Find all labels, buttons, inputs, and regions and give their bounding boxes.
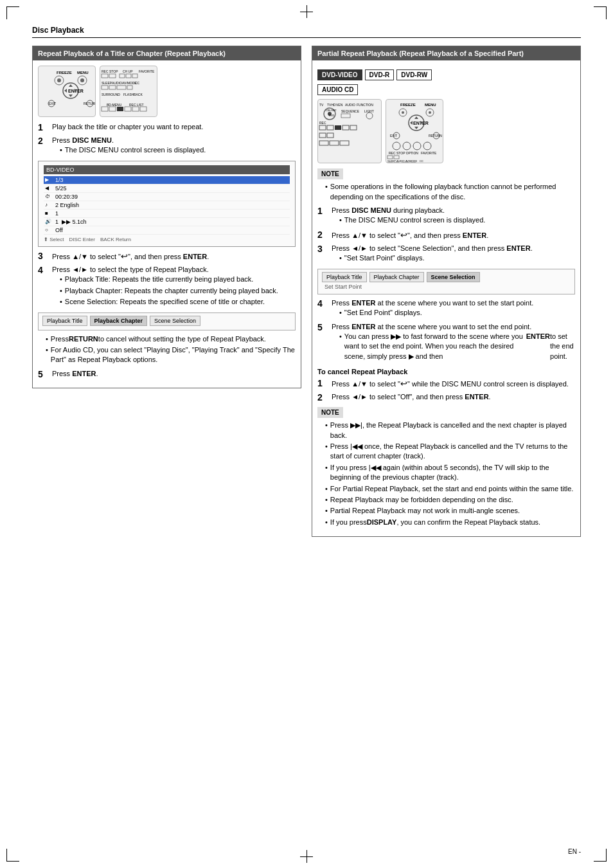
svg-point-71	[429, 111, 431, 114]
r-options-row-1: Playback Title Playback Chapter Scene Se…	[322, 272, 571, 282]
svg-text:REC STOP: REC STOP	[102, 69, 118, 73]
step-2-bullet: The DISC MENU control screen is displaye…	[60, 145, 296, 155]
svg-marker-75	[414, 127, 418, 129]
svg-text:FREEZE: FREEZE	[400, 103, 416, 107]
svg-rect-89	[394, 156, 399, 159]
menu-label-4: 2 English	[55, 202, 79, 208]
menu-icon-5: ■	[45, 210, 53, 216]
menu-row-4: ♪ 2 English	[44, 201, 290, 210]
partial-repeat-section: Partial Repeat Playback (Repeat Playback…	[312, 46, 581, 537]
r-options-row-2: Set Start Point	[322, 284, 571, 290]
svg-rect-61	[319, 133, 326, 138]
remote-left: FREEZE MENU ENTER	[38, 66, 96, 117]
step-4-bullet-2: Playback Chapter: Repeats the chapter cu…	[60, 286, 296, 296]
cancel-step-1-num: 1	[317, 378, 329, 389]
menu-footer: ⬆ Select DISC Enter BACK Return	[44, 237, 290, 242]
menu-row-3: ⏱ 00:20:39	[44, 193, 290, 201]
svg-text:DVD: DVD	[329, 114, 335, 117]
svg-text:CBL/SAT: CBL/SAT	[326, 109, 337, 112]
repeat-playback-header: Repeat Playback of a Title or Chapter (R…	[33, 46, 301, 60]
svg-rect-56	[319, 125, 326, 130]
r-step-3: 3 Press ◄/► to select "Scene Selection",…	[317, 244, 575, 265]
svg-rect-39	[125, 107, 131, 111]
svg-text:SLEEP: SLEEP	[102, 81, 112, 85]
note-label-1: NOTE	[317, 168, 343, 179]
svg-point-84	[413, 142, 421, 150]
step-1: 1 Play back the title or chapter you wan…	[38, 122, 296, 133]
svg-text:SLEEP: SLEEP	[387, 159, 396, 163]
r-step-1-num: 1	[317, 206, 329, 217]
svg-rect-19	[102, 74, 108, 78]
cancel-step-2-num: 2	[317, 392, 329, 403]
option-playback-title: Playback Title	[42, 316, 87, 326]
svg-text:REC STOP OPTION: REC STOP OPTION	[389, 151, 418, 155]
svg-rect-96	[402, 163, 409, 163]
remote-right-right: FREEZE MENU ENTER	[386, 99, 443, 163]
cancel-step-2-content: Press ◄/► to select "Off", and then pres…	[332, 392, 575, 402]
r-step-2-num: 2	[317, 230, 329, 240]
options-row-1: Playback Title Playback Chapter Scene Se…	[42, 316, 291, 326]
page: Disc Playback Repeat Playback of a Title…	[0, 0, 613, 868]
menu-row-5: ■ 1	[44, 210, 290, 218]
r-step-2-content: Press ▲/▼ to select "↩", and then press …	[332, 230, 575, 241]
menu-label-1: 1/3	[55, 177, 64, 183]
r-step-1-bullet: The DISC MENU control screen is displaye…	[339, 215, 575, 225]
step-4-content: Press ◄/► to select the type of Repeat P…	[52, 265, 296, 309]
corner-mark-bl	[6, 849, 19, 862]
svg-rect-64	[330, 141, 339, 145]
svg-text:FUNCTION: FUNCTION	[357, 103, 373, 107]
cancel-step-1: 1 Press ▲/▼ to select "↩" while the DISC…	[317, 378, 575, 390]
remote-right: REC STOP CH UP FAVORITE SLEEP AUDIO AV/M	[100, 66, 157, 117]
step-5-content: Press ENTER.	[52, 369, 296, 379]
note-label-2: NOTE	[317, 407, 343, 418]
corner-mark-tr	[594, 6, 607, 19]
svg-rect-57	[327, 125, 333, 130]
note2-bullet-4: For Partial Repeat Playback, set the sta…	[325, 484, 575, 494]
menu-row-1: ▶ 1/3	[44, 176, 290, 185]
svg-marker-76	[410, 121, 413, 125]
step-4: 4 Press ◄/► to select the type of Repeat…	[38, 265, 296, 309]
corner-mark-br	[594, 849, 607, 862]
step-5: 5 Press ENTER.	[38, 369, 296, 380]
cancel-heading: To cancel Repeat Playback	[317, 368, 575, 375]
r-step-4-bullet: "Set End Point" displays.	[339, 308, 575, 318]
cancel-step-2: 2 Press ◄/► to select "Off", and then pr…	[317, 392, 575, 403]
repeat-playback-content: FREEZE MENU ENTER	[33, 60, 301, 387]
r-step-3-content: Press ◄/► to select "Scene Selection", a…	[332, 244, 575, 265]
svg-rect-94	[387, 163, 393, 163]
page-title: Disc Playback	[32, 26, 581, 38]
svg-rect-28	[102, 86, 108, 89]
r-step-4-num: 4	[317, 298, 329, 309]
svg-marker-74	[414, 116, 418, 119]
note2-bullet-3: If you press |◀◀ again (within about 5 s…	[325, 463, 575, 483]
step-2-bold: DISC MENU	[72, 136, 112, 144]
svg-text:REC LIST: REC LIST	[129, 103, 144, 107]
svg-rect-22	[126, 74, 131, 78]
dvd-tabs: DVD-VIDEO DVD-R DVD-RW	[317, 69, 575, 80]
svg-rect-40	[132, 107, 139, 111]
menu-label-7: Off	[55, 227, 63, 233]
repeat-playback-section: Repeat Playback of a Title or Chapter (R…	[32, 46, 301, 388]
note2-bullet-2: Press |◀◀ once, the Repeat Playback is c…	[325, 442, 575, 462]
svg-marker-10	[64, 89, 67, 93]
r-step-5: 5 Press ENTER at the scene where you wan…	[317, 322, 575, 363]
svg-rect-29	[109, 86, 116, 89]
step-2: 2 Press DISC MENU. The DISC MENU control…	[38, 136, 296, 157]
tab-audio-cd: AUDIO CD	[317, 84, 358, 95]
svg-text:REC: REC	[319, 121, 326, 125]
svg-text:VEN: VEN	[336, 103, 343, 107]
r-option-playback-title: Playback Title	[322, 272, 367, 282]
menu-icon-1: ▶	[45, 177, 53, 183]
svg-marker-9	[69, 95, 73, 97]
partial-repeat-content: DVD-VIDEO DVD-R DVD-RW AUDIO CD TV TVHD	[312, 60, 580, 536]
option-scene-selection: Scene Selection	[150, 316, 200, 326]
r-step-3-num: 3	[317, 244, 329, 255]
svg-rect-31	[127, 86, 132, 89]
svg-text:MENU: MENU	[77, 71, 89, 75]
step-3-num: 3	[38, 251, 49, 262]
step-5-num: 5	[38, 369, 49, 380]
partial-repeat-header: Partial Repeat Playback (Repeat Playback…	[312, 46, 580, 60]
menu-label-5: 1	[55, 210, 58, 217]
menu-footer-return: BACK Return	[100, 237, 131, 242]
r-option-sub: Set Start Point	[322, 284, 362, 290]
